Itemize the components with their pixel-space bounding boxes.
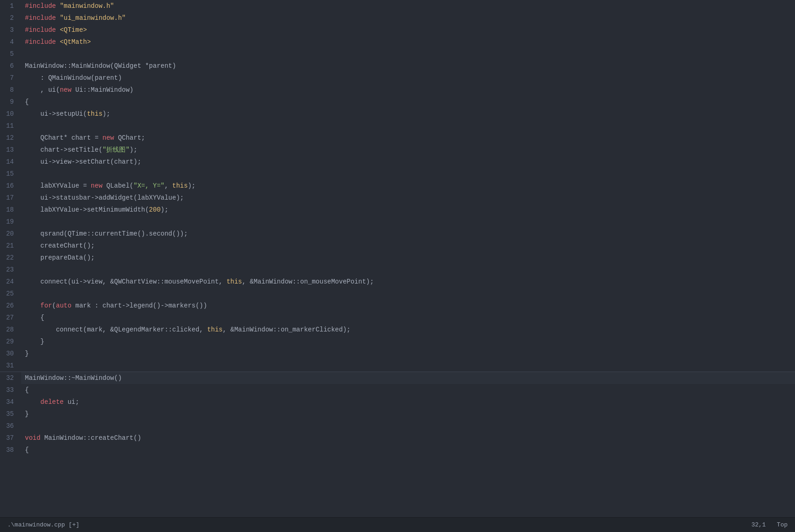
table-row: 24 connect(ui->view, &QWChartView::mouse…: [0, 276, 795, 288]
line-content[interactable]: }: [21, 336, 795, 348]
line-number: 19: [0, 216, 21, 228]
line-content[interactable]: ui->setupUi(this);: [21, 108, 795, 120]
line-number: 8: [0, 84, 21, 96]
line-content[interactable]: {: [21, 96, 795, 108]
line-number: 25: [0, 288, 21, 300]
line-content[interactable]: ui->statusbar->addWidget(labXYValue);: [21, 192, 795, 204]
line-content[interactable]: , ui(new Ui::MainWindow): [21, 84, 795, 96]
line-number: 18: [0, 204, 21, 216]
line-content[interactable]: {: [21, 444, 795, 456]
table-row: 14 ui->view->setChart(chart);: [0, 156, 795, 168]
line-content[interactable]: MainWindow::MainWindow(QWidget *parent): [21, 60, 795, 72]
line-content[interactable]: prepareData();: [21, 252, 795, 264]
table-row: 16 labXYValue = new QLabel("X=, Y=", thi…: [0, 180, 795, 192]
scroll-position: Top: [777, 521, 788, 528]
table-row: 38{: [0, 444, 795, 456]
line-content[interactable]: ui->view->setChart(chart);: [21, 156, 795, 168]
line-number: 15: [0, 168, 21, 180]
line-content[interactable]: connect(ui->view, &QWChartView::mouseMov…: [21, 276, 795, 288]
line-number: 31: [0, 360, 21, 372]
line-content[interactable]: connect(mark, &QLegendMarker::clicked, t…: [21, 324, 795, 336]
status-bar: .\mainwindow.cpp [+] 32,1 Top: [0, 517, 795, 532]
table-row: 17 ui->statusbar->addWidget(labXYValue);: [0, 192, 795, 204]
table-row: 12 QChart* chart = new QChart;: [0, 132, 795, 144]
line-content[interactable]: [21, 168, 795, 180]
line-number: 4: [0, 36, 21, 48]
line-number: 17: [0, 192, 21, 204]
line-number: 22: [0, 252, 21, 264]
status-left: .\mainwindow.cpp [+]: [7, 521, 79, 528]
table-row: 23: [0, 264, 795, 276]
line-content[interactable]: #include "mainwindow.h": [21, 0, 795, 12]
table-row: 11: [0, 120, 795, 132]
line-number: 37: [0, 432, 21, 444]
line-number: 5: [0, 48, 21, 60]
table-row: 32MainWindow::~MainWindow(): [0, 372, 795, 384]
table-row: 31: [0, 360, 795, 372]
line-number: 35: [0, 408, 21, 420]
line-content[interactable]: #include <QTime>: [21, 24, 795, 36]
table-row: 18 labXYValue->setMinimumWidth(200);: [0, 204, 795, 216]
line-number: 14: [0, 156, 21, 168]
line-content[interactable]: labXYValue->setMinimumWidth(200);: [21, 204, 795, 216]
line-number: 7: [0, 72, 21, 84]
line-number: 9: [0, 96, 21, 108]
table-row: 35}: [0, 408, 795, 420]
line-number: 11: [0, 120, 21, 132]
table-row: 6MainWindow::MainWindow(QWidget *parent): [0, 60, 795, 72]
line-number: 33: [0, 384, 21, 396]
line-number: 21: [0, 240, 21, 252]
line-content[interactable]: [21, 216, 795, 228]
line-number: 3: [0, 24, 21, 36]
line-content[interactable]: for(auto mark : chart->legend()->markers…: [21, 300, 795, 312]
table-row: 10 ui->setupUi(this);: [0, 108, 795, 120]
table-row: 34 delete ui;: [0, 396, 795, 408]
line-content[interactable]: [21, 360, 795, 372]
cursor-position: 32,1: [751, 521, 765, 528]
line-content[interactable]: {: [21, 312, 795, 324]
line-number: 30: [0, 348, 21, 360]
table-row: 4#include <QtMath>: [0, 36, 795, 48]
line-number: 13: [0, 144, 21, 156]
line-number: 16: [0, 180, 21, 192]
line-content[interactable]: [21, 48, 795, 60]
line-content[interactable]: {: [21, 384, 795, 396]
line-number: 23: [0, 264, 21, 276]
line-content[interactable]: MainWindow::~MainWindow(): [21, 372, 795, 384]
line-number: 34: [0, 396, 21, 408]
table-row: 33{: [0, 384, 795, 396]
line-number: 2: [0, 12, 21, 24]
line-content[interactable]: [21, 120, 795, 132]
table-row: 28 connect(mark, &QLegendMarker::clicked…: [0, 324, 795, 336]
line-content[interactable]: #include <QtMath>: [21, 36, 795, 48]
line-number: 38: [0, 444, 21, 456]
line-number: 12: [0, 132, 21, 144]
table-row: 19: [0, 216, 795, 228]
code-area[interactable]: 1#include "mainwindow.h"2#include "ui_ma…: [0, 0, 795, 517]
table-row: 21 createChart();: [0, 240, 795, 252]
editor-container: 1#include "mainwindow.h"2#include "ui_ma…: [0, 0, 795, 532]
table-row: 29 }: [0, 336, 795, 348]
table-row: 8 , ui(new Ui::MainWindow): [0, 84, 795, 96]
line-content[interactable]: [21, 288, 795, 300]
line-number: 26: [0, 300, 21, 312]
line-content[interactable]: }: [21, 348, 795, 360]
line-content[interactable]: [21, 420, 795, 432]
table-row: 2#include "ui_mainwindow.h": [0, 12, 795, 24]
table-row: 30}: [0, 348, 795, 360]
table-row: 15: [0, 168, 795, 180]
line-content[interactable]: }: [21, 408, 795, 420]
line-content[interactable]: delete ui;: [21, 396, 795, 408]
table-row: 25: [0, 288, 795, 300]
line-content[interactable]: chart->setTitle("折线图");: [21, 144, 795, 156]
line-content[interactable]: [21, 264, 795, 276]
line-content[interactable]: qsrand(QTime::currentTime().second());: [21, 228, 795, 240]
line-content[interactable]: labXYValue = new QLabel("X=, Y=", this);: [21, 180, 795, 192]
line-content[interactable]: : QMainWindow(parent): [21, 72, 795, 84]
line-number: 10: [0, 108, 21, 120]
table-row: 9{: [0, 96, 795, 108]
line-content[interactable]: createChart();: [21, 240, 795, 252]
line-content[interactable]: QChart* chart = new QChart;: [21, 132, 795, 144]
line-content[interactable]: #include "ui_mainwindow.h": [21, 12, 795, 24]
line-content[interactable]: void MainWindow::createChart(): [21, 432, 795, 444]
